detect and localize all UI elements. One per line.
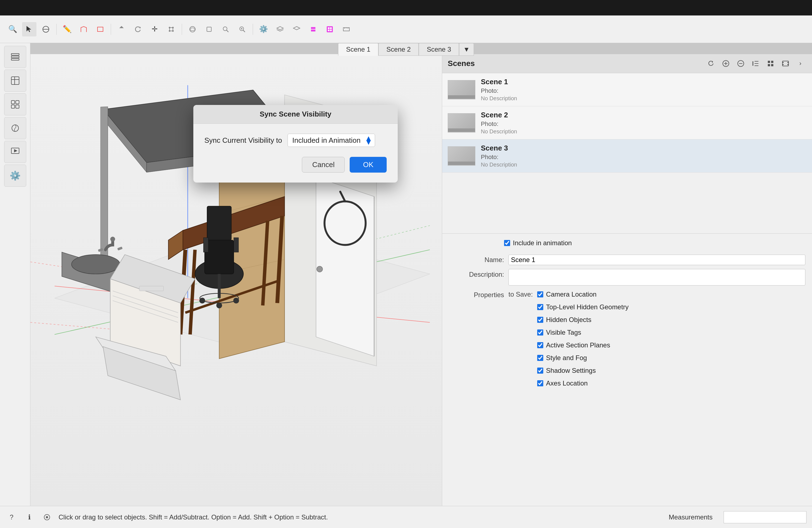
dialog-sync-label: Sync Current Visibility to xyxy=(204,136,282,145)
cancel-button[interactable]: Cancel xyxy=(302,157,345,173)
dialog-buttons: Cancel OK xyxy=(204,157,387,173)
ok-button[interactable]: OK xyxy=(350,157,387,173)
sync-scene-dialog: Sync Scene Visibility Sync Current Visib… xyxy=(193,105,398,182)
dialog-select-wrapper: Included in Animation All Scenes Current… xyxy=(288,134,375,147)
dialog-visibility-select[interactable]: Included in Animation All Scenes Current… xyxy=(288,134,375,147)
dialog-overlay: Sync Scene Visibility Sync Current Visib… xyxy=(0,0,812,528)
dialog-title: Sync Scene Visibility xyxy=(193,105,398,124)
dialog-body: Sync Current Visibility to Included in A… xyxy=(193,124,398,182)
dialog-content-row: Sync Current Visibility to Included in A… xyxy=(204,134,387,147)
